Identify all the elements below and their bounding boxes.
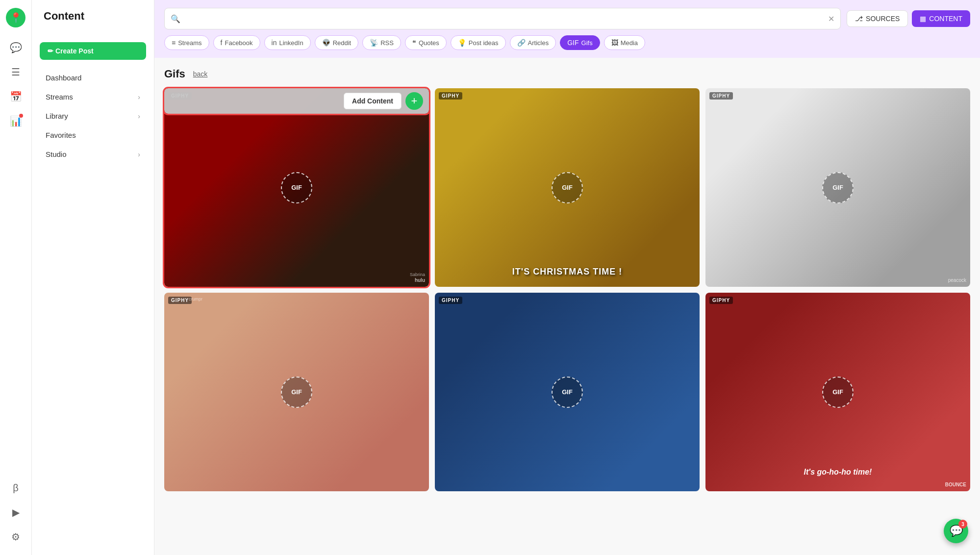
content-header: Gifs back xyxy=(164,68,970,80)
media-tab-label: Media xyxy=(621,39,638,47)
gif-1-inner: GIPHY GIF Sabrina hulu xyxy=(164,88,429,287)
gif-play-5[interactable]: GIF xyxy=(552,377,583,408)
gif-play-4[interactable]: GIF xyxy=(281,377,312,408)
sidebar-item-library-label: Library xyxy=(46,112,68,120)
add-content-button[interactable]: Add Content + xyxy=(344,92,423,110)
facebook-tab-icon: f xyxy=(221,39,223,47)
rss-tab-icon: 📡 xyxy=(370,39,378,47)
gif-play-6[interactable]: GIF xyxy=(822,377,854,408)
chat-badge: 3 xyxy=(958,520,967,529)
nav-icon-list[interactable]: ☰ xyxy=(5,62,26,82)
sidebar-title: Content xyxy=(40,10,84,23)
search-input[interactable]: Christmas xyxy=(184,15,824,23)
filter-tab-articles[interactable]: 🔗 Articles xyxy=(510,35,556,50)
filter-tab-gifs[interactable]: GIF Gifs xyxy=(560,35,600,50)
streams-tab-icon: ≡ xyxy=(172,39,176,47)
gif-6-inner: GIPHY GIF It's go-ho-ho time! BOUNCE xyxy=(705,293,970,491)
filter-tab-streams[interactable]: ≡ Streams xyxy=(164,35,209,50)
reddit-tab-icon: 👽 xyxy=(322,39,330,47)
back-link[interactable]: back xyxy=(193,70,208,78)
gif-card-1[interactable]: Add Content + GIPHY GIF Sabrina hulu xyxy=(164,88,429,287)
content-label: CONTENT xyxy=(929,15,962,23)
main-content: 🔍 Christmas ✕ ⎇ SOURCES ▦ CONTENT ≡ Stre… xyxy=(154,0,980,555)
nav-icon-analytics[interactable]: 📊 xyxy=(5,111,26,131)
clear-search-icon[interactable]: ✕ xyxy=(828,14,834,24)
create-post-button[interactable]: ✏ Create Post xyxy=(40,42,146,60)
giphy-label-4: GIPHY xyxy=(168,297,192,304)
chevron-right-icon: › xyxy=(138,151,140,158)
articles-tab-icon: 🔗 xyxy=(517,39,526,47)
chevron-right-icon: › xyxy=(138,93,140,101)
sidebar-item-favorites-label: Favorites xyxy=(46,131,76,139)
rss-tab-label: RSS xyxy=(380,39,394,47)
section-title: Gifs xyxy=(164,68,185,80)
gif-6-text: It's go-ho-ho time! xyxy=(705,468,970,477)
reddit-tab-label: Reddit xyxy=(333,39,352,47)
nav-icon-play[interactable]: ▶ xyxy=(5,502,26,523)
gif-play-3[interactable]: GIF xyxy=(822,172,854,203)
icon-bar: 📍 💬 ☰ 📅 📊 β ▶ ⚙ xyxy=(0,0,32,555)
facebook-tab-label: Facebook xyxy=(225,39,252,47)
watermark-sabrina: Sabrina xyxy=(410,272,425,277)
filter-tab-post-ideas[interactable]: 💡 Post ideas xyxy=(451,35,506,50)
top-area: 🔍 Christmas ✕ ⎇ SOURCES ▦ CONTENT ≡ Stre… xyxy=(154,0,980,58)
linkedin-tab-icon: in xyxy=(272,39,277,47)
giphy-label-5: GIPHY xyxy=(439,297,462,304)
gif-card-2[interactable]: GIPHY GIF IT'S CHRISTMAS TIME ! xyxy=(435,88,700,287)
media-tab-icon: 🖼 xyxy=(611,39,618,47)
filter-tab-rss[interactable]: 📡 RSS xyxy=(362,35,401,50)
watermark-hulu: hulu xyxy=(415,278,425,283)
filter-tabs: ≡ Streams f Facebook in LinkedIn 👽 Reddi… xyxy=(164,35,970,50)
watermark-crumpr: crumpr xyxy=(189,297,202,302)
quotes-tab-label: Quotes xyxy=(419,39,439,47)
chevron-right-icon: › xyxy=(138,112,140,120)
chat-bubble[interactable]: 💬 3 xyxy=(944,519,968,543)
gif-3-inner: GIPHY GIF peacock xyxy=(705,88,970,287)
nav-icon-settings[interactable]: ⚙ xyxy=(5,527,26,547)
gif-play-1[interactable]: GIF xyxy=(281,172,312,203)
sources-button[interactable]: ⎇ SOURCES xyxy=(847,10,908,27)
articles-tab-label: Articles xyxy=(528,39,549,47)
watermark-bounce: BOUNCE xyxy=(945,482,966,487)
linkedin-tab-label: LinkedIn xyxy=(279,39,303,47)
sidebar-item-favorites[interactable]: Favorites xyxy=(40,126,146,144)
sidebar-item-library[interactable]: Library › xyxy=(40,107,146,125)
search-bar: 🔍 Christmas ✕ xyxy=(164,8,841,29)
sources-label: SOURCES xyxy=(866,15,900,23)
post-ideas-tab-icon: 💡 xyxy=(458,39,466,47)
app-logo[interactable]: 📍 xyxy=(6,8,25,27)
search-row: 🔍 Christmas ✕ ⎇ SOURCES ▦ CONTENT xyxy=(164,8,970,29)
nav-icon-compose[interactable]: 💬 xyxy=(5,37,26,58)
filter-tab-linkedin[interactable]: in LinkedIn xyxy=(264,35,311,50)
gif-card-4[interactable]: GIPHY GIF crumpr xyxy=(164,293,429,491)
nav-icon-calendar[interactable]: 📅 xyxy=(5,86,26,107)
filter-tab-quotes[interactable]: ❝ Quotes xyxy=(405,35,447,50)
content-icon: ▦ xyxy=(920,15,926,23)
gif-card-5[interactable]: GIPHY GIF xyxy=(435,293,700,491)
filter-tab-reddit[interactable]: 👽 Reddit xyxy=(315,35,359,50)
sidebar-item-streams-label: Streams xyxy=(46,93,73,101)
gif-card-3[interactable]: GIPHY GIF peacock xyxy=(705,88,970,287)
gif-grid: Add Content + GIPHY GIF Sabrina hulu GIP… xyxy=(164,88,970,491)
sidebar-item-dashboard[interactable]: Dashboard xyxy=(40,69,146,87)
gif-play-2[interactable]: GIF xyxy=(552,172,583,203)
gif-4-inner: GIPHY GIF crumpr xyxy=(164,293,429,491)
sidebar-item-streams[interactable]: Streams › xyxy=(40,88,146,106)
content-button[interactable]: ▦ CONTENT xyxy=(912,10,970,27)
post-ideas-tab-label: Post ideas xyxy=(469,39,499,47)
filter-tab-facebook[interactable]: f Facebook xyxy=(213,35,260,50)
nav-icon-beta[interactable]: β xyxy=(5,478,26,498)
gif-card-6[interactable]: GIPHY GIF It's go-ho-ho time! BOUNCE xyxy=(705,293,970,491)
filter-tab-media[interactable]: 🖼 Media xyxy=(604,35,645,50)
sidebar-item-studio-label: Studio xyxy=(46,150,67,158)
sidebar: Content ✏ Create Post Dashboard Streams … xyxy=(32,0,154,555)
analytics-badge xyxy=(19,114,23,118)
sources-icon: ⎇ xyxy=(855,15,863,23)
giphy-label-6: GIPHY xyxy=(709,297,733,304)
giphy-label-2: GIPHY xyxy=(439,92,462,100)
sidebar-header: Content xyxy=(40,10,146,32)
sidebar-item-studio[interactable]: Studio › xyxy=(40,145,146,163)
streams-tab-label: Streams xyxy=(178,39,201,47)
gifs-tab-icon: GIF xyxy=(567,39,578,47)
add-content-plus-icon: + xyxy=(405,92,423,110)
